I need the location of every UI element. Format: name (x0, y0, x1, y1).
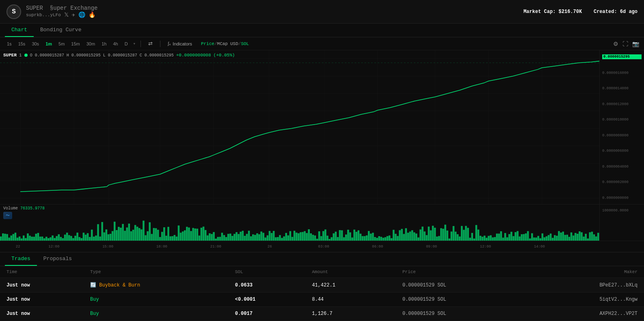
dropdown-arrow[interactable]: ▾ (133, 41, 136, 46)
svg-rect-24 (6, 234, 8, 241)
svg-rect-145 (256, 233, 258, 241)
time-axis: 2212:0015:0018:0021:002603:0006:0009:001… (0, 241, 644, 252)
svg-rect-61 (83, 233, 85, 241)
svg-rect-60 (80, 238, 82, 241)
svg-rect-227 (426, 235, 428, 241)
svg-rect-272 (519, 237, 521, 241)
svg-rect-157 (281, 238, 283, 241)
indicators-btn[interactable]: ∫ₓ Indicators (164, 40, 195, 47)
price-label-2: 0.0000012000 (602, 102, 642, 106)
svg-rect-22 (2, 233, 4, 241)
svg-rect-144 (254, 235, 256, 241)
svg-rect-151 (269, 231, 271, 241)
svg-rect-235 (442, 229, 444, 241)
usd-sol-toggle[interactable]: USD/SOL (230, 41, 249, 46)
svg-rect-287 (550, 234, 552, 241)
svg-rect-273 (521, 234, 523, 241)
timeframe-4h[interactable]: 4h (111, 41, 120, 47)
svg-rect-300 (577, 234, 579, 241)
timeframe-5m[interactable]: 5m (56, 41, 67, 47)
globe-icon[interactable]: 🌐 (78, 11, 85, 18)
svg-rect-180 (328, 239, 331, 241)
timeframe-d[interactable]: D (123, 41, 130, 47)
svg-rect-102 (167, 227, 169, 241)
timeframe-15s[interactable]: 15s (16, 41, 28, 47)
timeframe-1h[interactable]: 1h (99, 41, 108, 47)
svg-rect-155 (277, 237, 279, 241)
timeframe-30m[interactable]: 30m (84, 41, 97, 47)
svg-rect-99 (161, 232, 163, 241)
svg-rect-193 (355, 232, 357, 241)
chart-timeframe: 1 (19, 53, 22, 58)
toolbar-compare-btn[interactable]: ⇄ (145, 40, 156, 47)
time-tick: 21:00 (210, 245, 221, 249)
svg-rect-160 (287, 235, 289, 241)
svg-rect-279 (533, 237, 535, 241)
svg-rect-146 (258, 234, 260, 241)
svg-rect-106 (176, 237, 178, 241)
svg-rect-280 (535, 237, 537, 241)
svg-rect-289 (554, 235, 556, 241)
svg-rect-252 (478, 230, 480, 241)
svg-rect-142 (250, 236, 252, 241)
token-logo: S (6, 4, 21, 19)
trade-amount: 1,126.7 (305, 307, 396, 321)
svg-rect-224 (419, 229, 421, 241)
svg-rect-240 (453, 226, 455, 241)
twitter-icon[interactable]: 𝕏 (64, 11, 69, 18)
svg-rect-96 (155, 228, 157, 241)
tab-proposals[interactable]: Proposals (37, 252, 78, 266)
fullscreen-icon[interactable]: ⛶ (622, 41, 628, 47)
svg-rect-223 (417, 237, 419, 241)
timeframe-1s[interactable]: 1s (5, 41, 14, 47)
svg-rect-211 (393, 230, 395, 241)
ohlc-low-label: L (103, 53, 106, 58)
tab-chart[interactable]: Chart (5, 24, 34, 37)
svg-rect-163 (294, 231, 296, 241)
screenshot-icon[interactable]: 📷 (632, 41, 639, 47)
chart-symbol: SUPER (3, 53, 17, 58)
svg-rect-290 (556, 236, 558, 241)
svg-rect-167 (302, 232, 304, 241)
trade-price: 0.000001529 SOL (396, 278, 527, 293)
svg-rect-57 (74, 236, 76, 241)
svg-rect-55 (70, 236, 72, 241)
ohlc-change: +0.0000000008 (176, 53, 211, 58)
price-mcap-toggle[interactable]: Price/MCap (201, 41, 228, 46)
svg-rect-46 (52, 235, 54, 241)
svg-rect-150 (267, 235, 269, 241)
svg-rect-171 (310, 233, 312, 241)
timeframe-1m[interactable]: 1m (43, 41, 54, 47)
svg-rect-255 (484, 236, 486, 241)
svg-rect-58 (76, 233, 78, 241)
volume-label: Volume 76335.9778 (3, 206, 45, 211)
telegram-icon[interactable]: ✈ (72, 11, 75, 18)
volume-value: 76335.9778 (20, 206, 45, 211)
svg-rect-120 (205, 230, 207, 241)
svg-rect-195 (360, 234, 362, 241)
svg-rect-186 (341, 230, 343, 241)
svg-rect-282 (539, 238, 541, 241)
timeframe-15m[interactable]: 15m (69, 41, 82, 47)
svg-rect-288 (552, 238, 554, 241)
svg-rect-277 (529, 239, 531, 241)
toolbar-right: ⚙ ⛶ 📷 (613, 41, 639, 47)
svg-rect-130 (225, 237, 227, 241)
svg-rect-83 (128, 224, 130, 241)
time-axis-inner: 2212:0015:0018:0021:002603:0006:0009:001… (0, 241, 599, 252)
settings-icon[interactable]: ⚙ (613, 41, 618, 47)
svg-rect-133 (231, 236, 233, 241)
svg-rect-125 (215, 239, 217, 241)
svg-rect-62 (85, 235, 87, 241)
tab-trades[interactable]: Trades (5, 252, 37, 266)
svg-rect-178 (324, 229, 326, 241)
svg-rect-229 (430, 231, 432, 241)
fire-icon[interactable]: 🔥 (89, 11, 95, 18)
col-time: Time (0, 266, 84, 278)
timeframe-30s[interactable]: 30s (30, 41, 41, 47)
svg-rect-271 (516, 231, 519, 241)
svg-rect-188 (345, 235, 347, 241)
svg-rect-87 (136, 227, 138, 241)
tab-bonding-curve[interactable]: Bonding Curve (34, 24, 88, 37)
svg-rect-221 (413, 232, 415, 241)
